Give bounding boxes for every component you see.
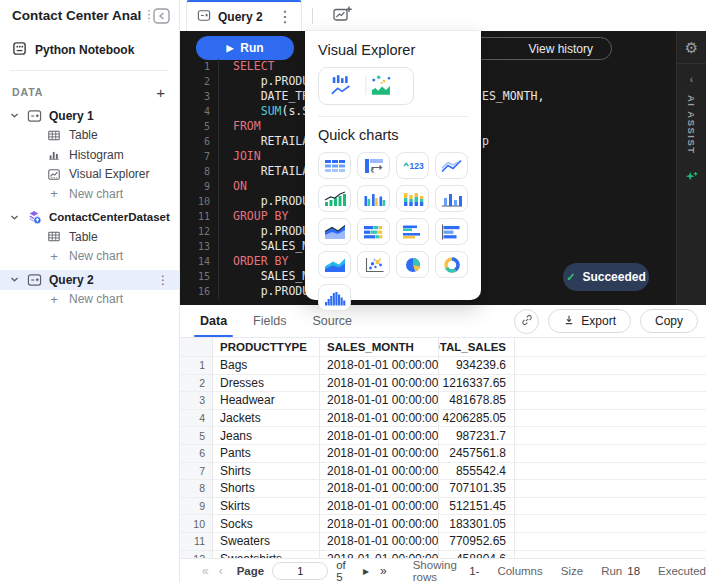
table-icon (46, 129, 62, 142)
size-control[interactable]: Size (561, 565, 583, 577)
gear-icon[interactable]: ⚙ (685, 39, 698, 57)
tree-item-contactcenterdataset[interactable]: ContactCenterDataset (0, 208, 179, 228)
tree-item-label: New chart (69, 249, 123, 263)
collapse-sidebar-icon[interactable] (141, 6, 173, 26)
app-window: Contact Center Analy… Python Notebook DA… (0, 0, 706, 582)
tree-item-query1-histogram[interactable]: Histogram (0, 145, 179, 165)
pie-chart-icon (401, 255, 425, 275)
cell-total-sales: 4206285.05 (439, 410, 515, 428)
next-page-icon[interactable]: ▸ (363, 564, 369, 578)
tab-kebab-menu-icon[interactable]: ⋮ (277, 7, 293, 26)
cell-producttype: Jackets (213, 410, 320, 428)
quickchart-stacked-area-button[interactable] (318, 218, 351, 245)
table-row[interactable]: 12Sweatshirts2018-01-01 00:00:00458804.6 (180, 551, 706, 558)
cell-sales-month: 2018-01-01 00:00:00 (320, 515, 439, 533)
columns-control[interactable]: Columns (497, 565, 542, 577)
new-chart-tab-button[interactable] (325, 0, 359, 31)
quickchart-stacked-bar-horizontal-button[interactable] (357, 218, 390, 245)
row-number: 2 (180, 375, 213, 393)
table-row[interactable]: 2Dresses2018-01-01 00:00:001216337.65 (180, 375, 706, 393)
quickchart-scatter-plot-button[interactable] (357, 251, 390, 278)
export-button[interactable]: Export (548, 309, 631, 333)
panel-divider (677, 63, 706, 64)
chevron-left-icon[interactable]: ‹ (690, 74, 693, 85)
quickchart-combo-chart-button[interactable] (318, 185, 351, 212)
column-header-sales-month[interactable]: SALES_MONTH (320, 338, 439, 357)
quickchart-table-button[interactable] (318, 152, 351, 179)
share-link-button[interactable] (514, 309, 539, 334)
dataset-icon (26, 209, 42, 225)
data-tree: Query 1 Table Histogram Visual Explorer … (0, 106, 179, 309)
chevron-down-icon[interactable] (10, 111, 20, 120)
quickchart-bar-horizontal-button[interactable] (435, 218, 468, 245)
quickchart-area-chart-button[interactable] (318, 251, 351, 278)
last-page-icon[interactable]: » (380, 564, 387, 578)
sql-cell-icon (26, 109, 42, 123)
tree-item-query1-visual-explorer[interactable]: Visual Explorer (0, 165, 179, 185)
run-button[interactable]: ▶ Run (196, 36, 294, 60)
plus-icon: + (46, 186, 62, 201)
table-row[interactable]: 7Shirts2018-01-01 00:00:00855542.4 (180, 463, 706, 481)
kebab-menu-icon[interactable]: ⋮ (157, 273, 169, 287)
plus-icon: + (46, 292, 62, 307)
quickchart-donut-chart-button[interactable] (435, 251, 468, 278)
quickchart-grouped-column-button[interactable] (357, 185, 390, 212)
quickchart-pie-chart-button[interactable] (396, 251, 429, 278)
table-row[interactable]: 5Jeans2018-01-01 00:00:00987231.7 (180, 427, 706, 445)
quickchart-column-chart-button[interactable] (435, 185, 468, 212)
code-fragment: p (482, 134, 489, 149)
ai-assist-panel: ⚙ ‹ AI ASSIST (676, 31, 706, 305)
quickchart-single-value-button[interactable]: 123 (396, 152, 429, 179)
tree-item-query-1[interactable]: Query 1 (0, 106, 179, 126)
page-input[interactable] (272, 562, 328, 580)
table-row[interactable]: 3Headwear2018-01-01 00:00:00481678.85 (180, 392, 706, 410)
table-row[interactable]: 6Pants2018-01-01 00:00:002457561.8 (180, 445, 706, 463)
copy-label: Copy (655, 314, 683, 328)
cell-total-sales: 855542.4 (439, 463, 515, 481)
cell-producttype: Sweaters (213, 533, 320, 551)
table-row[interactable]: 11Sweaters2018-01-01 00:00:00770952.65 (180, 533, 706, 551)
tree-item-query1-table[interactable]: Table (0, 126, 179, 146)
table-row[interactable]: 9Skirts2018-01-01 00:00:00512151.45 (180, 498, 706, 516)
tree-item-query2-new-chart[interactable]: + New chart (0, 290, 179, 310)
row-number: 10 (180, 515, 213, 533)
header-filler (515, 338, 706, 357)
link-icon (520, 313, 534, 330)
tree-item-label: Query 1 (49, 109, 94, 123)
python-notebook-item[interactable]: Python Notebook (0, 39, 179, 61)
column-header-total-sales[interactable]: TOTAL_SALES (439, 338, 515, 357)
tree-item-dataset-new-chart[interactable]: + New chart (0, 247, 179, 267)
sidebar-divider (10, 70, 169, 71)
quickchart-grouped-bar-horizontal-button[interactable] (396, 218, 429, 245)
svg-text:123: 123 (409, 161, 423, 171)
copy-button[interactable]: Copy (640, 309, 698, 333)
tree-item-dataset-table[interactable]: Table (0, 227, 179, 247)
table-row[interactable]: 8Shorts2018-01-01 00:00:00707101.35 (180, 480, 706, 498)
quickchart-histogram-button[interactable] (318, 284, 351, 311)
tree-item-query-2[interactable]: Query 2 ⋮ (0, 270, 179, 290)
chevron-down-icon[interactable] (10, 213, 20, 222)
add-data-icon[interactable]: + (156, 85, 165, 100)
tab-data[interactable]: Data (200, 305, 227, 337)
visual-explorer-button[interactable] (318, 67, 414, 105)
data-section-label: DATA (12, 86, 156, 98)
tab-fields[interactable]: Fields (253, 305, 286, 337)
ai-sparkle-icon[interactable] (684, 169, 699, 188)
cell-filler (515, 445, 706, 463)
first-page-icon[interactable]: « (202, 564, 209, 578)
quickchart-line-chart-button[interactable] (435, 152, 468, 179)
prev-page-icon[interactable]: ‹ (219, 564, 223, 578)
chevron-down-icon[interactable] (10, 275, 20, 284)
table-row[interactable]: 10Socks2018-01-01 00:00:00183301.05 (180, 515, 706, 533)
quickchart-stacked-column-button[interactable] (396, 185, 429, 212)
column-header-producttype[interactable]: PRODUCTTYPE (213, 338, 320, 357)
tree-item-query1-new-chart[interactable]: + New chart (0, 184, 179, 204)
cell-filler (515, 410, 706, 428)
quickchart-pivot-table-button[interactable] (357, 152, 390, 179)
quick-charts-grid: 123 (318, 152, 468, 311)
cell-filler (515, 480, 706, 498)
table-row[interactable]: 1Bags2018-01-01 00:00:00934239.6 (180, 357, 706, 375)
tab-query-2[interactable]: Query 2 ⋮ (186, 0, 302, 31)
stacked-column-icon (401, 189, 425, 209)
table-row[interactable]: 4Jackets2018-01-01 00:00:004206285.05 (180, 410, 706, 428)
